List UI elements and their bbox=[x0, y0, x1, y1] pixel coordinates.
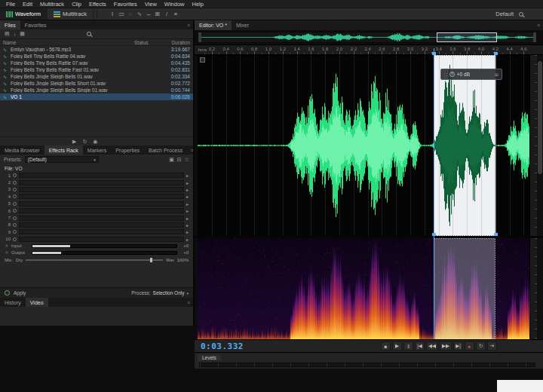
waveform-display[interactable]: ∷ +0 dB ⊞ bbox=[198, 55, 529, 236]
power-toggle-icon[interactable] bbox=[13, 223, 17, 227]
spectrogram-display[interactable] bbox=[198, 238, 529, 339]
output-knob-icon[interactable] bbox=[5, 250, 9, 255]
workspace-label[interactable]: Default bbox=[495, 11, 514, 17]
menu-file[interactable]: File bbox=[2, 1, 19, 8]
time-selection-tool-icon[interactable]: I bbox=[108, 10, 117, 19]
move-tool-icon[interactable]: ↔ bbox=[144, 10, 153, 19]
file-row[interactable]: ∿Foley Bells Jingle Sleigh Bells 01.wav0… bbox=[0, 73, 193, 80]
effect-slot[interactable]: 8▸ bbox=[0, 222, 193, 228]
slot-arrow-icon[interactable]: ▸ bbox=[186, 173, 189, 178]
effect-slot-field[interactable] bbox=[19, 222, 184, 228]
favorite-preset-icon[interactable]: ☆ bbox=[185, 157, 189, 163]
effect-slot[interactable]: 2▸ bbox=[0, 179, 193, 185]
effect-slot-field[interactable] bbox=[19, 173, 184, 178]
tab-editor[interactable]: Editor: VO * bbox=[195, 20, 232, 30]
nav-handle-right[interactable] bbox=[533, 32, 536, 42]
effect-slot-field[interactable] bbox=[19, 194, 184, 199]
slip-tool-icon[interactable]: ≡ bbox=[171, 10, 180, 19]
mix-slider[interactable] bbox=[26, 259, 163, 261]
power-toggle-icon[interactable] bbox=[13, 202, 17, 206]
pause-button[interactable]: ‖ bbox=[403, 341, 413, 351]
mix-slider-thumb[interactable] bbox=[150, 258, 152, 262]
slot-arrow-icon[interactable]: ▸ bbox=[186, 222, 189, 228]
marquee-selection-tool-icon[interactable]: ▭ bbox=[117, 10, 126, 19]
volume-hud[interactable]: ∷ +0 dB ⊞ bbox=[440, 69, 502, 80]
effect-slot-field[interactable] bbox=[19, 229, 184, 234]
volume-icon[interactable]: ◉ bbox=[93, 139, 97, 145]
autoplay-icon[interactable]: ▶ bbox=[72, 139, 76, 145]
effect-slot-field[interactable] bbox=[19, 180, 184, 185]
hud-grid-icon[interactable]: ⊞ bbox=[495, 72, 499, 77]
slot-arrow-icon[interactable]: ▸ bbox=[186, 201, 189, 207]
new-item-icon[interactable]: ▦ bbox=[20, 31, 25, 37]
rewind-button[interactable]: ◀◀ bbox=[426, 341, 438, 351]
effect-slot[interactable]: 5▸ bbox=[0, 201, 193, 207]
file-row[interactable]: ∿VO 10:06.026 bbox=[0, 93, 193, 100]
menu-help[interactable]: Help bbox=[189, 1, 207, 8]
apply-button[interactable]: Apply bbox=[14, 290, 26, 296]
tab-properties[interactable]: Properties bbox=[111, 145, 144, 155]
multitrack-view-button[interactable]: Multitrack bbox=[48, 8, 94, 20]
paintbrush-selection-tool-icon[interactable]: ∿ bbox=[135, 10, 144, 19]
stop-button[interactable]: ■ bbox=[381, 341, 391, 351]
power-toggle-icon[interactable] bbox=[13, 194, 17, 198]
fast-forward-button[interactable]: ▶▶ bbox=[440, 341, 452, 351]
tab-effects-rack[interactable]: Effects Rack bbox=[44, 145, 83, 155]
hud-grip-icon[interactable]: ∷ bbox=[444, 72, 447, 77]
menu-favorites[interactable]: Favorites bbox=[110, 1, 141, 8]
volume-knob-icon[interactable] bbox=[449, 72, 455, 77]
slot-arrow-icon[interactable]: ▸ bbox=[186, 187, 189, 192]
tab-history[interactable]: History bbox=[0, 298, 26, 307]
file-row[interactable]: ∿Foley Bells Jingle Sleigh Bells Single … bbox=[0, 87, 193, 93]
slot-arrow-icon[interactable]: ▸ bbox=[186, 180, 189, 185]
file-row[interactable]: ∿Foley Bell Tiny Bells Rattle 04.wav0:04… bbox=[0, 53, 193, 60]
power-toggle-icon[interactable] bbox=[13, 188, 17, 191]
file-row[interactable]: ∿Foley Bells Tiny Bells Rattle 07.wav0:0… bbox=[0, 60, 193, 66]
rack-power-icon[interactable] bbox=[5, 290, 10, 296]
effect-slot-field[interactable] bbox=[19, 201, 184, 207]
skip-selection-button[interactable]: ⇥ bbox=[487, 341, 497, 351]
file-row[interactable]: ∿Emlyn Vaughan - 5678.mp33:19.667 bbox=[0, 46, 193, 53]
slot-arrow-icon[interactable]: ▸ bbox=[186, 194, 189, 199]
editor-input-button[interactable] bbox=[200, 57, 205, 63]
media-icon[interactable]: ▤ bbox=[5, 31, 10, 37]
menu-multitrack[interactable]: Multitrack bbox=[36, 1, 68, 8]
column-duration[interactable]: Duration bbox=[158, 40, 190, 45]
delete-preset-icon[interactable]: ⊟ bbox=[177, 157, 182, 163]
timeline-ruler[interactable]: hms 0.20.40.60.81.01.21.41.61.82.02.22.4… bbox=[195, 44, 543, 55]
overview-selection-box[interactable] bbox=[437, 32, 498, 42]
selection-handle[interactable] bbox=[432, 233, 436, 236]
razor-tool-icon[interactable]: / bbox=[162, 10, 171, 19]
input-knob-icon[interactable] bbox=[5, 243, 9, 248]
selection-handle[interactable] bbox=[494, 52, 498, 55]
files-search-icon[interactable] bbox=[87, 32, 91, 36]
effect-slot[interactable]: 9▸ bbox=[0, 228, 193, 235]
tab-markers[interactable]: Markers bbox=[83, 145, 111, 155]
slot-arrow-icon[interactable]: ▸ bbox=[186, 216, 189, 221]
effect-slot[interactable]: 6▸ bbox=[0, 207, 193, 214]
menu-window[interactable]: Window bbox=[161, 1, 189, 8]
record-button[interactable]: ● bbox=[465, 341, 474, 351]
power-toggle-icon[interactable] bbox=[13, 216, 17, 220]
lasso-selection-tool-icon[interactable]: ◌ bbox=[126, 10, 135, 19]
save-preset-icon[interactable]: ▣ bbox=[169, 157, 174, 163]
column-name[interactable]: Name bbox=[3, 40, 134, 45]
power-toggle-icon[interactable] bbox=[13, 173, 17, 177]
zoom-tool-icon[interactable]: ⊞ bbox=[153, 10, 162, 19]
waveform-view-button[interactable]: Waveform bbox=[0, 8, 48, 20]
process-dropdown[interactable]: Process: Selection Only ▾ bbox=[131, 290, 189, 296]
skip-forward-button[interactable]: ▶| bbox=[453, 341, 463, 351]
tab-files[interactable]: Files bbox=[0, 20, 20, 29]
tab-batch-process[interactable]: Batch Process bbox=[144, 145, 187, 155]
loop-playback-icon[interactable]: ↻ bbox=[82, 139, 87, 145]
tab-video[interactable]: Video bbox=[26, 298, 48, 307]
effect-slot[interactable]: 3▸ bbox=[0, 186, 193, 193]
scrollbar-thumb[interactable] bbox=[538, 61, 542, 174]
spectrogram-scrollbar[interactable] bbox=[537, 238, 543, 339]
file-row[interactable]: ∿Foley Bells Jingle Sleigh Bells Short 0… bbox=[0, 80, 193, 87]
effect-slot[interactable]: 10▸ bbox=[0, 236, 193, 243]
slot-arrow-icon[interactable]: ▸ bbox=[186, 229, 189, 234]
tab-favorites[interactable]: Favorites bbox=[20, 20, 51, 29]
panel-menu-icon[interactable]: ≡ bbox=[187, 145, 196, 155]
search-icon[interactable] bbox=[519, 12, 523, 17]
